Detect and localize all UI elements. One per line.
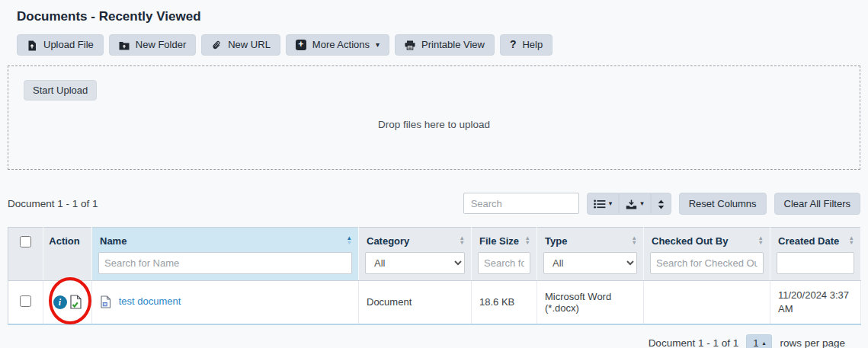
column-header-category[interactable]: Category ▲▼ All xyxy=(359,227,472,280)
new-folder-icon xyxy=(119,39,130,50)
more-actions-label: More Actions xyxy=(312,39,370,50)
row-category-cell: Document xyxy=(359,280,472,324)
sort-icon[interactable]: ▲▼ xyxy=(347,236,352,245)
row-file-size-cell: 18.6 KB xyxy=(472,280,537,324)
sort-icon[interactable]: ▲▼ xyxy=(632,236,637,245)
created-date-filter-input[interactable] xyxy=(777,252,854,274)
document-count-label: Document 1 - 1 of 1 xyxy=(8,198,98,209)
created-date-column-label: Created Date xyxy=(778,235,839,247)
caret-down-icon: ▾ xyxy=(640,200,644,207)
upload-file-icon xyxy=(27,39,37,51)
type-column-label: Type xyxy=(545,235,567,247)
row-name-cell: test document xyxy=(92,280,359,324)
category-filter-select[interactable]: All xyxy=(365,252,465,274)
row-checkbox[interactable] xyxy=(20,295,31,307)
clear-all-filters-button[interactable]: Clear All Filters xyxy=(774,193,860,215)
file-drop-zone[interactable]: Start Upload Drop files here to upload xyxy=(8,65,860,170)
help-label: Help xyxy=(522,39,543,50)
column-header-file-size[interactable]: File Size ▲▼ xyxy=(472,227,537,280)
documents-table: Action Name ▲▼ Category ▲▼ xyxy=(8,227,861,325)
info-icon[interactable]: i xyxy=(53,295,67,309)
rows-per-page-label: rows per page xyxy=(780,337,845,348)
more-actions-button[interactable]: + More Actions ▾ xyxy=(286,34,389,56)
new-folder-button[interactable]: New Folder xyxy=(109,34,196,56)
column-header-checked-out-by[interactable]: Checked Out By ▲▼ xyxy=(644,227,770,280)
upload-file-button[interactable]: Upload File xyxy=(17,34,104,56)
expand-rows-button[interactable] xyxy=(651,193,671,215)
toolbar: Upload File New Folder New URL + More Ac… xyxy=(17,34,860,56)
upload-file-label: Upload File xyxy=(43,39,94,50)
sort-icon[interactable]: ▲▼ xyxy=(525,236,530,245)
row-type-cell: Microsoft Word (*.docx) xyxy=(537,280,644,324)
documents-page: Documents - Recently Viewed Upload File … xyxy=(0,0,868,348)
checked-out-by-column-label: Checked Out By xyxy=(652,235,728,247)
expand-rows-icon xyxy=(658,198,665,209)
paperclip-icon xyxy=(211,39,222,51)
document-checked-in-icon[interactable] xyxy=(69,295,82,309)
column-header-created-date[interactable]: Created Date ▲▼ xyxy=(770,227,861,280)
column-list-icon xyxy=(594,198,606,209)
table-row: i test document Document 18.6 KB Microso… xyxy=(8,280,861,324)
new-url-label: New URL xyxy=(228,39,271,50)
footer-count-label: Document 1 - 1 of 1 xyxy=(649,337,739,348)
help-button[interactable]: ? Help xyxy=(500,34,553,56)
table-controls-row: Document 1 - 1 of 1 ▾ ▾ Reset Columns Cl… xyxy=(8,193,860,215)
column-header-action: Action xyxy=(43,227,92,280)
file-size-filter-input[interactable] xyxy=(478,252,530,274)
select-all-header xyxy=(8,227,43,280)
caret-up-icon: ▴ xyxy=(762,340,765,346)
export-icon xyxy=(626,198,637,209)
row-checked-out-by-cell xyxy=(644,280,770,324)
reset-columns-button[interactable]: Reset Columns xyxy=(679,193,767,215)
printable-view-button[interactable]: Printable View xyxy=(395,34,495,56)
name-column-label: Name xyxy=(100,235,127,247)
row-created-date-cell: 11/20/2024 3:37 AM xyxy=(770,280,861,324)
category-column-label: Category xyxy=(367,235,409,247)
caret-down-icon: ▾ xyxy=(609,200,613,207)
word-document-icon xyxy=(100,295,111,307)
start-upload-button[interactable]: Start Upload xyxy=(24,80,97,101)
sort-icon[interactable]: ▲▼ xyxy=(758,236,764,245)
sort-icon[interactable]: ▲▼ xyxy=(849,236,854,245)
sort-icon[interactable]: ▲▼ xyxy=(460,236,465,245)
export-button[interactable]: ▾ xyxy=(619,193,651,215)
drop-files-hint: Drop files here to upload xyxy=(378,119,490,130)
printable-view-label: Printable View xyxy=(421,39,485,50)
page-title: Documents - Recently Viewed xyxy=(17,9,860,24)
file-size-column-label: File Size xyxy=(479,235,519,247)
new-folder-label: New Folder xyxy=(136,39,186,50)
row-select-cell xyxy=(8,280,43,324)
new-url-button[interactable]: New URL xyxy=(201,34,280,56)
page-size-value: 1 xyxy=(753,337,758,348)
action-column-label: Action xyxy=(49,235,79,247)
column-visibility-button[interactable]: ▾ xyxy=(587,193,620,215)
caret-down-icon: ▾ xyxy=(376,39,380,50)
question-icon: ? xyxy=(510,39,517,50)
table-footer: Document 1 - 1 of 1 1 ▴ rows per page xyxy=(8,334,860,348)
printer-icon xyxy=(405,39,415,50)
rows-per-page-button[interactable]: 1 ▴ xyxy=(746,334,772,348)
row-action-cell: i xyxy=(43,280,92,324)
document-link[interactable]: test document xyxy=(119,295,181,307)
checked-out-by-filter-input[interactable] xyxy=(650,252,764,274)
search-input[interactable] xyxy=(463,193,579,214)
name-filter-input[interactable] xyxy=(98,252,352,274)
select-all-checkbox[interactable] xyxy=(20,236,31,247)
table-controls: ▾ ▾ Reset Columns Clear All Filters xyxy=(463,193,860,215)
table-header: Action Name ▲▼ Category ▲▼ xyxy=(8,227,861,280)
type-filter-select[interactable]: All xyxy=(543,252,637,274)
table-icon-button-group: ▾ ▾ xyxy=(587,193,671,215)
column-header-type[interactable]: Type ▲▼ All xyxy=(537,227,644,280)
plus-square-icon: + xyxy=(296,40,306,50)
column-header-name[interactable]: Name ▲▼ xyxy=(92,227,359,280)
